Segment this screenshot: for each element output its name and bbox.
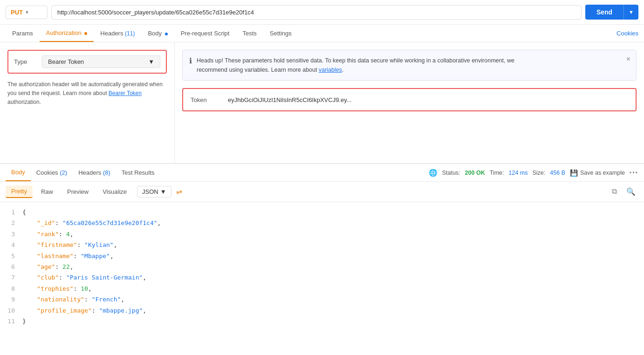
tab-params[interactable]: Params [6,25,40,41]
filter-icon[interactable]: ⇌ [176,187,182,196]
code-line: 1{ [0,207,644,218]
type-select[interactable]: Bearer Token ▼ [42,55,160,68]
method-chevron-icon: ▼ [25,10,29,15]
code-line: 10 "profile_image": "mbappe.jpg", [0,305,644,316]
auth-description: The authorization header will be automat… [7,80,167,107]
resp-tab-body[interactable]: Body [6,164,31,181]
line-content: "club": "Paris Saint-Germain", [22,272,638,283]
fmt-tab-preview[interactable]: Preview [62,186,94,198]
line-content: } [22,316,638,327]
size-label: Size: [533,170,546,176]
response-tab-bar: Body Cookies (2) Headers (8) Test Result… [0,164,644,182]
alert-text: Heads up! These parameters hold sensitiv… [197,56,630,75]
status-value: 200 OK [465,170,485,176]
tab-settings[interactable]: Settings [263,25,298,41]
fmt-tab-visualize[interactable]: Visualize [97,186,132,198]
body-dot [165,33,168,35]
url-input[interactable] [51,5,582,20]
search-icon[interactable]: 🔍 [623,186,638,197]
resp-tab-cookies[interactable]: Cookies (2) [31,164,73,181]
bearer-token-link[interactable]: Bearer Token [109,90,142,96]
tab-authorization[interactable]: Authorization [40,25,94,42]
save-as-example-button[interactable]: 💾 Save as example [570,169,625,177]
code-line: 5 "lastname": "Mbappe", [0,251,644,261]
tab-body[interactable]: Body [141,25,174,41]
authorization-dot [84,32,87,35]
line-number: 3 [6,229,22,239]
top-bar: PUT ▼ Send ▼ [0,0,644,25]
cookies-link[interactable]: Cookies [617,30,638,37]
copy-icon[interactable]: ⧉ [609,186,620,197]
type-select-value: Bearer Token [48,58,84,65]
size-value: 456 B [550,170,565,176]
tab-tests[interactable]: Tests [236,25,263,41]
token-label: Token [191,96,228,103]
code-line: 4 "firstname": "Kylian", [0,239,644,250]
line-number: 11 [6,316,22,327]
auth-right-panel: ℹ Heads up! These parameters hold sensit… [175,42,644,163]
method-value: PUT [11,9,23,16]
resp-tab-test-results[interactable]: Test Results [116,164,160,181]
line-content: "profile_image": "mbappe.jpg", [22,305,638,316]
line-content: "_id": "65ca026e55c7d31e9e20f1c4", [22,218,638,228]
fmt-right-actions: ⧉ 🔍 [609,186,638,197]
send-dropdown-button[interactable]: ▼ [623,5,638,20]
line-content: "age": 22, [22,261,638,272]
line-number: 10 [6,305,22,316]
send-button-group: Send ▼ [585,5,638,20]
json-format-select[interactable]: JSON ▼ [137,186,171,198]
resp-tab-headers[interactable]: Headers (8) [73,164,116,181]
line-number: 8 [6,283,22,294]
tab-headers[interactable]: Headers (11) [94,25,141,41]
line-content: "firstname": "Kylian", [22,239,638,250]
code-line: 8 "trophies": 10, [0,283,644,294]
response-section: Body Cookies (2) Headers (8) Test Result… [0,164,644,331]
line-content: "lastname": "Mbappe", [22,251,638,261]
token-value[interactable]: eyJhbGciOiJIUzI1NiIsInR5cCI6IkpXVCJ9.ey.… [228,96,628,103]
line-number: 5 [6,251,22,261]
type-row: Type Bearer Token ▼ [7,50,167,74]
line-number: 6 [6,261,22,272]
line-content: "nationality": "French", [22,294,638,305]
globe-icon: 🌐 [429,169,438,177]
tab-prerequest[interactable]: Pre-request Script [174,25,236,41]
line-number: 9 [6,294,22,305]
line-content: "rank": 4, [22,229,638,239]
code-line: 9 "nationality": "French", [0,294,644,305]
code-area: 1{2 "_id": "65ca026e55c7d31e9e20f1c4",3 … [0,202,644,331]
type-label: Type [14,58,42,65]
fmt-tab-pretty[interactable]: Pretty [6,185,33,198]
time-label: Time: [490,170,504,176]
line-number: 2 [6,218,22,228]
code-line: 2 "_id": "65ca026e55c7d31e9e20f1c4", [0,218,644,228]
json-chevron-icon: ▼ [160,188,166,195]
status-label: Status: [442,170,460,176]
format-bar: Pretty Raw Preview Visualize JSON ▼ ⇌ ⧉ … [0,182,644,202]
time-value: 124 ms [509,170,528,176]
line-number: 7 [6,272,22,283]
auth-left-panel: Type Bearer Token ▼ The authorization he… [0,42,175,163]
line-content: "trophies": 10, [22,283,638,294]
token-box: Token eyJhbGciOiJIUzI1NiIsInR5cCI6IkpXVC… [182,88,637,111]
status-area: 🌐 Status: 200 OK Time: 124 ms Size: 456 … [429,169,638,177]
line-number: 4 [6,239,22,250]
send-button[interactable]: Send [585,5,623,20]
alert-close-icon[interactable]: × [626,55,630,63]
type-select-chevron-icon: ▼ [148,58,154,65]
fmt-tab-raw[interactable]: Raw [35,186,59,198]
code-line: 3 "rank": 4, [0,229,644,239]
save-icon: 💾 [570,169,578,177]
code-line: 6 "age": 22, [0,261,644,272]
alert-box: ℹ Heads up! These parameters hold sensit… [182,50,637,81]
info-icon: ℹ [189,56,192,65]
code-line: 7 "club": "Paris Saint-Germain", [0,272,644,283]
line-content: { [22,207,638,218]
more-options-icon[interactable]: ••• [630,170,638,176]
method-select[interactable]: PUT ▼ [6,6,48,19]
line-number: 1 [6,207,22,218]
tab-bar: Params Authorization Headers (11) Body P… [0,25,644,42]
auth-section: Type Bearer Token ▼ The authorization he… [0,42,644,164]
code-line: 11} [0,316,644,327]
variables-link[interactable]: variables [319,67,342,73]
